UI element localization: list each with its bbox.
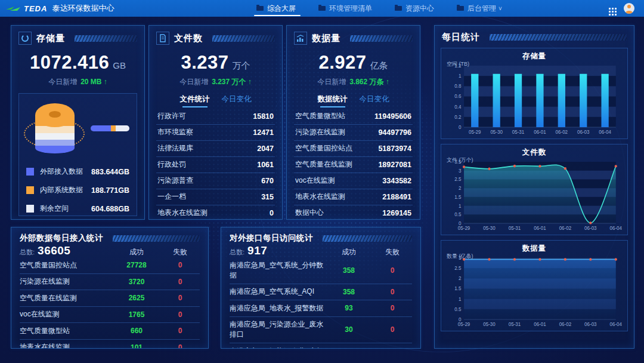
files-card-header: 文件数 (156, 32, 275, 45)
svg-text:0.6: 0.6 (454, 94, 462, 99)
storage-cylinder-graphic (26, 100, 83, 157)
svg-text:06-03: 06-03 (584, 226, 597, 231)
left-zone: 存储量 1072.416GB 今日新增20 MB ↑ (11, 25, 421, 349)
chevron-down-icon: ˅ (499, 5, 502, 12)
bar-chart-icon (294, 32, 307, 45)
title-ribbon (212, 35, 275, 42)
legend-row: 内部系统数据 188.771GB (26, 185, 129, 195)
card-title: 数据量 (312, 33, 340, 44)
charts-container: 存储量空间 (TB)00.20.40.60.811.205-2905-3005-… (435, 43, 634, 335)
files-total: 3.237万个 (156, 52, 275, 73)
legend-row: 外部接入数据 883.644GB (26, 167, 129, 177)
api-table-rows: 南港应急局_空气系统_分钟数据 358 0 南港应急局_空气系统_AQI 358… (230, 257, 412, 349)
nav-item-label: 综合大屏 (267, 4, 296, 14)
dashboard: 存储量 1072.416GB 今日新增20 MB ↑ (0, 17, 644, 349)
table-row: 地表水在线监测 101 0 (20, 340, 200, 349)
svg-text:1: 1 (459, 296, 462, 302)
nav-item-label: 环境管理清单 (329, 4, 372, 14)
table-row: 数据中心 1269145 (294, 205, 413, 220)
card-title: 存储量 (36, 33, 65, 44)
svg-text:0.5: 0.5 (454, 307, 462, 312)
svg-text:06-03: 06-03 (577, 130, 590, 135)
apps-grid-icon[interactable] (609, 8, 611, 10)
storage-breakdown-panel: 外部接入数据 883.644GB 内部系统数据 188.771GB (18, 93, 137, 216)
svg-text:0.5: 0.5 (454, 212, 462, 217)
nav-item-label: 资源中心 (405, 4, 434, 14)
tab[interactable]: 今日变化 (222, 94, 252, 107)
svg-text:05-30: 05-30 (483, 322, 496, 327)
svg-text:1: 1 (459, 203, 462, 208)
table-row: voc在线监测 3343582 (294, 173, 413, 189)
table-row: 空气质量国控站点 27728 0 (20, 257, 200, 274)
chart-volume: 数据量数量 (亿条)00.511.522.5305-2905-3005-3106… (441, 240, 628, 331)
nav-item[interactable]: 综合大屏 (256, 0, 298, 17)
svg-text:06-01: 06-01 (534, 322, 546, 327)
external-total: 36605 (38, 244, 70, 257)
files-tabs: 文件统计今日变化 (156, 94, 275, 107)
table-row: 南港应急局_空气系统_AQI 358 0 (230, 284, 412, 301)
svg-text:0.8: 0.8 (454, 84, 462, 89)
tab[interactable]: 数据统计 (318, 94, 348, 107)
storage-card: 存储量 1072.416GB 今日新增20 MB ↑ (11, 25, 145, 220)
svg-text:05-30: 05-30 (483, 226, 496, 231)
panel-title: 每日统计 (442, 32, 480, 43)
nav-item[interactable]: 后台管理 ˅ (457, 0, 502, 17)
table-row: 空气质量在线监测 2625 0 (20, 290, 200, 307)
data-total: 2.927亿条 (294, 52, 413, 73)
svg-text:05-31: 05-31 (509, 226, 521, 231)
storage-increase: 今日新增20 MB ↑ (18, 77, 137, 87)
svg-text:06-02: 06-02 (559, 322, 572, 327)
nav-item[interactable]: 资源中心 (395, 0, 436, 17)
chart-files: 文件数文件 (万个)00.511.522.533.505-2905-3005-3… (441, 144, 628, 235)
svg-text:2.5: 2.5 (454, 177, 462, 182)
table-row: 污染源在线监测 3720 0 (20, 274, 200, 291)
files-stat-table: 行政许可 15810 市环境监察 12471 法律法规库 2047 (156, 109, 275, 220)
file-icon (156, 32, 169, 45)
files-increase: 今日新增3.237 万个 ↑ (156, 77, 275, 87)
usage-bar-segment (91, 125, 111, 131)
data-volume-card: 数据量 2.927亿条 今日新增3.862 万条 ↑ 数据统计今日变化 空气质量 (286, 25, 420, 220)
legend-label: 外部接入数据 (40, 167, 91, 177)
user-avatar[interactable] (624, 3, 634, 14)
external-data-table-card: 外部数据每日接入统计 总数: 36605 成功 失败 空气质量国控站点 2772… (11, 227, 209, 349)
storage-total-unit: GB (113, 60, 126, 70)
chart-axis-unit: 文件 (万个) (447, 156, 473, 164)
data-card-header: 数据量 (294, 32, 413, 45)
top-navbar: TEDA 泰达环保数据中心 综合大屏 环境管理清单 资源中心 (0, 0, 644, 17)
app-title: 泰达环保数据中心 (52, 3, 114, 14)
folder-icon (457, 6, 464, 11)
svg-text:06-01: 06-01 (534, 130, 546, 135)
svg-text:1: 1 (459, 73, 462, 79)
usage-bar-segment (111, 125, 115, 131)
tab[interactable]: 文件统计 (180, 94, 210, 107)
svg-text:05-29: 05-29 (458, 322, 470, 327)
legend-label: 剩余空间 (40, 204, 91, 214)
table-row: 一企一档 315 (156, 189, 275, 205)
table-row: 空气质量在线监测 18927081 (294, 157, 413, 173)
table-row: 行政处罚 1061 (156, 157, 275, 173)
svg-text:0.4: 0.4 (454, 104, 462, 109)
legend-value: 604.688GB (91, 205, 129, 213)
storage-usage-bar (91, 125, 129, 131)
tab[interactable]: 今日变化 (360, 94, 389, 107)
nav-item-label: 后台管理 (467, 4, 496, 14)
storage-legend: 外部接入数据 883.644GB 内部系统数据 188.771GB (26, 167, 129, 214)
nav-item[interactable]: 环境管理清单 (318, 0, 374, 17)
storage-graphic-row (26, 100, 129, 157)
chart-title: 存储量 (445, 51, 624, 61)
svg-text:06-04: 06-04 (610, 322, 623, 327)
legend-swatch (26, 186, 34, 194)
svg-text:1.5: 1.5 (454, 286, 462, 291)
svg-text:2: 2 (459, 276, 462, 281)
legend-swatch (26, 168, 34, 176)
storage-card-header: 存储量 (18, 32, 137, 45)
chart-axis-unit: 空间 (TB) (447, 60, 469, 68)
daily-stats-panel: 每日统计 存储量空间 (TB)00.20.40.60.811.205-2905-… (434, 25, 634, 349)
storage-total-value: 1072.416 (30, 52, 109, 73)
table-row: 空气质量微型站 119495606 (294, 109, 413, 125)
storage-icon (18, 32, 32, 45)
title-ribbon (323, 235, 412, 242)
svg-text:05-29: 05-29 (458, 226, 470, 231)
data-increase: 今日新增3.862 万条 ↑ (294, 77, 413, 87)
main-nav: 综合大屏 环境管理清单 资源中心 后台管理 ˅ (256, 0, 502, 17)
